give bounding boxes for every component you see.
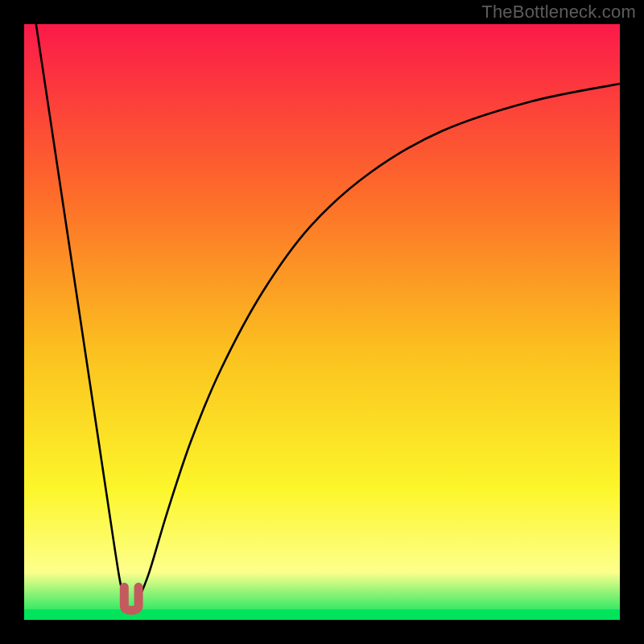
chart-svg: [24, 24, 620, 620]
watermark-text: TheBottleneck.com: [481, 2, 636, 23]
outer-frame: TheBottleneck.com: [0, 0, 644, 644]
gradient-background: [24, 24, 620, 620]
green-baseline-band: [24, 609, 620, 620]
plot-area: [24, 24, 620, 620]
